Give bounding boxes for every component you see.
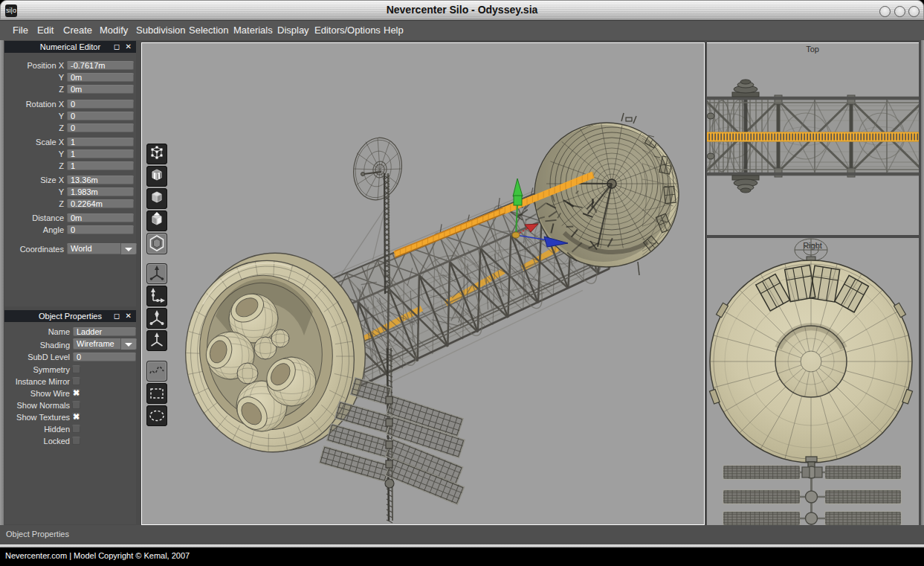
svg-text:Top: Top — [806, 45, 819, 54]
svg-text:Right: Right — [803, 241, 822, 250]
